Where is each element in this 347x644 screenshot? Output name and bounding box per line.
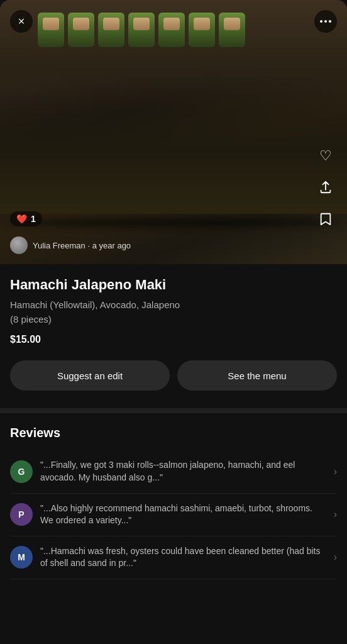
content-area: Hamachi Jalapeno Maki Hamachi (Yellowtai… (0, 264, 347, 579)
review-avatar-1: G (10, 460, 33, 483)
suggest-edit-button[interactable]: Suggest an edit (10, 360, 170, 391)
chevron-right-icon-1: › (334, 466, 337, 477)
more-options-button[interactable] (314, 10, 337, 33)
dot (320, 20, 322, 23)
review-item[interactable]: P "...Also highly recommend hamachi sash… (10, 494, 337, 536)
review-avatar-2: P (10, 503, 33, 526)
review-text-3: "...Hamachi was fresh, oysters could hav… (40, 545, 326, 570)
dish-name: Hamachi Jalapeno Maki (10, 277, 337, 293)
heart-icon: ♡ (319, 148, 332, 164)
share-icon (319, 180, 333, 194)
chevron-right-icon-3: › (334, 552, 337, 563)
action-buttons: Suggest an edit See the menu (10, 360, 337, 391)
avatar (10, 236, 28, 254)
sushi-decoration (38, 13, 245, 47)
review-item[interactable]: M "...Hamachi was fresh, oysters could h… (10, 536, 337, 579)
see-menu-button[interactable]: See the menu (177, 360, 337, 391)
dish-description: Hamachi (Yellowtail), Avocado, Jalapeno(… (10, 298, 337, 326)
heart-filled-icon: ❤️ (16, 214, 27, 224)
dot (324, 20, 327, 23)
like-count-badge[interactable]: ❤️ 1 (10, 211, 42, 226)
photo-container: × ♡ ❤️ 1 Yulia Freeman · a year ago (0, 0, 347, 264)
close-button[interactable]: × (10, 10, 33, 33)
section-divider (0, 408, 347, 413)
review-text-2: "...Also highly recommend hamachi sashim… (40, 502, 326, 527)
like-number: 1 (31, 214, 36, 224)
reviews-title: Reviews (10, 426, 337, 440)
review-item[interactable]: G "...Finally, we got 3 maki rolls--salm… (10, 450, 337, 493)
bookmark-icon (319, 212, 332, 226)
review-text-1: "...Finally, we got 3 maki rolls--salmon… (40, 459, 326, 484)
user-info[interactable]: Yulia Freeman · a year ago (10, 236, 131, 254)
dish-price: $15.00 (10, 334, 337, 345)
user-name: Yulia Freeman · a year ago (33, 241, 131, 250)
save-button[interactable] (314, 208, 337, 230)
share-button[interactable] (314, 176, 337, 199)
chevron-right-icon-2: › (334, 509, 337, 520)
review-avatar-3: M (10, 546, 33, 569)
dot (329, 20, 331, 23)
favorite-button[interactable]: ♡ (314, 145, 337, 167)
food-image (0, 0, 347, 264)
